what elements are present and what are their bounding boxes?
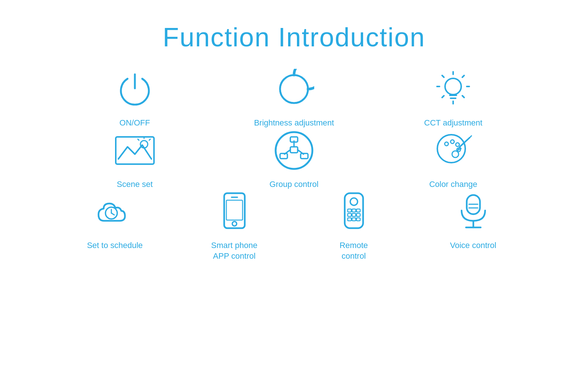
svg-point-31 (452, 151, 459, 158)
row1: ON/OFF Brightness adjustment (55, 67, 533, 128)
color-label: Color change (429, 179, 477, 190)
brightness-icon (272, 67, 316, 111)
svg-point-42 (350, 198, 358, 205)
svg-rect-50 (352, 218, 356, 221)
color-icon (431, 128, 475, 173)
scene-label: Scene set (117, 179, 153, 190)
svg-rect-51 (356, 218, 360, 221)
svg-rect-24 (280, 153, 287, 159)
svg-rect-47 (352, 213, 356, 216)
row3: Set to schedule Smart phoneAPP control (55, 190, 533, 261)
svg-point-18 (276, 132, 312, 169)
group-label: Group control (269, 179, 318, 190)
svg-rect-19 (290, 147, 298, 153)
schedule-icon (93, 190, 137, 234)
remote-label: Remotecontrol (340, 240, 368, 261)
feature-schedule: Set to schedule (64, 190, 166, 261)
voice-label: Voice control (450, 240, 496, 251)
smartphone-label: Smart phoneAPP control (211, 240, 258, 261)
svg-point-27 (445, 142, 448, 146)
row2: Scene set Group control (55, 128, 533, 190)
svg-rect-46 (348, 213, 351, 216)
svg-line-17 (138, 139, 139, 140)
feature-smartphone: Smart phoneAPP control (183, 190, 286, 261)
svg-rect-48 (356, 213, 360, 216)
svg-rect-43 (348, 209, 351, 212)
svg-rect-40 (226, 200, 243, 220)
feature-group: Group control (243, 128, 345, 190)
scene-icon (113, 128, 157, 173)
feature-remote: Remotecontrol (302, 190, 405, 261)
feature-voice: Voice control (422, 190, 525, 261)
smartphone-icon (212, 190, 257, 234)
svg-rect-44 (352, 209, 356, 212)
svg-line-16 (149, 139, 150, 140)
svg-line-9 (442, 75, 444, 77)
svg-point-1 (280, 75, 308, 103)
svg-rect-37 (224, 193, 245, 228)
svg-point-28 (451, 140, 454, 144)
group-icon (272, 128, 316, 173)
svg-rect-45 (356, 209, 360, 212)
svg-rect-13 (116, 137, 154, 164)
brightness-label: Brightness adjustment (254, 118, 334, 128)
feature-brightness: Brightness adjustment (243, 67, 345, 128)
onoff-label: ON/OFF (119, 118, 150, 128)
cct-icon (431, 67, 475, 111)
feature-scene: Scene set (83, 128, 186, 190)
voice-icon (451, 190, 495, 234)
feature-cct: CCT adjustment (402, 67, 505, 128)
svg-line-10 (462, 96, 464, 98)
svg-line-11 (462, 75, 464, 77)
cct-label: CCT adjustment (424, 118, 483, 128)
schedule-label: Set to schedule (87, 240, 143, 251)
svg-point-2 (445, 78, 461, 95)
remote-icon (332, 190, 376, 234)
svg-point-38 (232, 222, 237, 226)
feature-onoff: ON/OFF (83, 67, 186, 128)
page-title: Function Introduction (163, 22, 425, 52)
svg-line-12 (442, 96, 444, 98)
power-icon (113, 67, 157, 111)
svg-point-29 (456, 143, 459, 146)
feature-color: Color change (402, 128, 505, 190)
svg-line-33 (470, 136, 472, 138)
svg-rect-25 (301, 153, 308, 159)
svg-rect-49 (348, 218, 351, 221)
